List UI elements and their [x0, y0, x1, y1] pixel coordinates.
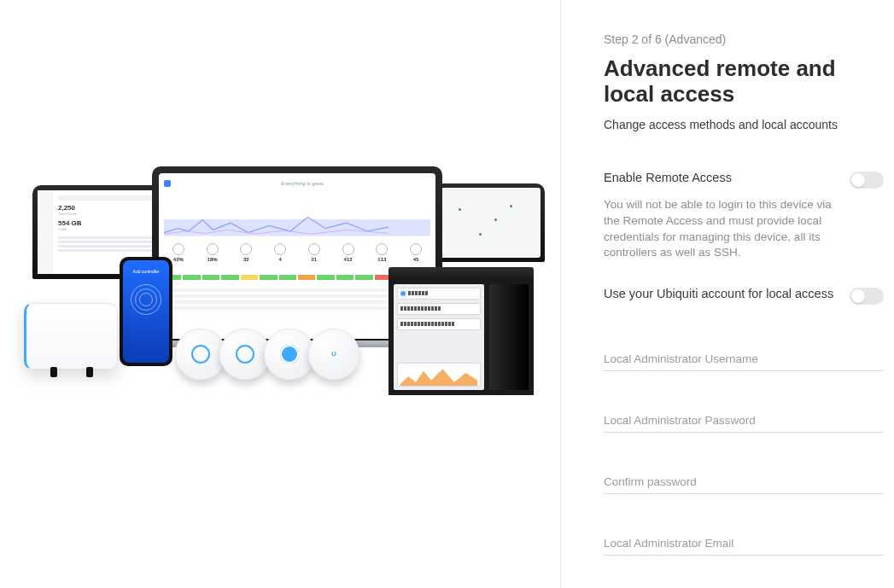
confirm-password-input[interactable]: [604, 470, 884, 494]
page-subtitle: Change access methods and local accounts: [604, 118, 884, 131]
ubiquiti-account-label: Use your Ubiquiti account for local acce…: [604, 287, 833, 300]
remote-access-row: Enable Remote Access: [604, 171, 884, 189]
stat-traffic: 554 GB: [58, 219, 159, 227]
device-stage: 2,250 Total Clients 554 GB Traffic: [24, 166, 536, 422]
remote-access-help: You will not be able to login to this de…: [604, 197, 834, 262]
metric-row: 42% 18% 32 4 21 412 113 45: [164, 243, 430, 266]
access-points: U: [182, 329, 359, 380]
step-indicator: Step 2 of 6 (Advanced): [604, 32, 884, 46]
server-rack: [389, 267, 534, 395]
local-admin-password-input[interactable]: [604, 409, 884, 433]
remote-access-toggle[interactable]: [850, 172, 884, 189]
gateway-device: [24, 303, 118, 370]
laptop-map: [434, 183, 545, 262]
phone-app: Add controller: [120, 257, 172, 366]
setup-form-panel: Step 2 of 6 (Advanced) Advanced remote a…: [561, 0, 894, 588]
remote-access-label: Enable Remote Access: [604, 171, 732, 184]
page-title: Advanced remote and local access: [604, 56, 884, 108]
phone-title: Add controller: [133, 269, 160, 274]
stat-clients: 2,250: [58, 204, 159, 212]
ubiquiti-account-row: Use your Ubiquiti account for local acce…: [604, 287, 884, 305]
dashboard-status: Everything is great: [174, 181, 430, 186]
ubiquiti-account-toggle[interactable]: [850, 288, 884, 305]
local-admin-username-input[interactable]: [604, 347, 884, 371]
local-admin-email-input[interactable]: [604, 532, 884, 556]
product-illustration: 2,250 Total Clients 554 GB Traffic: [0, 0, 560, 588]
